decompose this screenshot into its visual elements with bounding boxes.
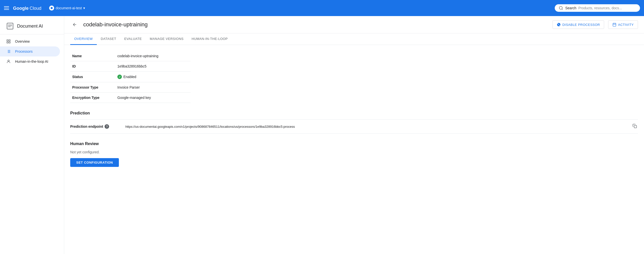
table-row: ID 1e9ba328916bbc5	[70, 61, 191, 72]
status-badge: Enabled	[117, 75, 189, 79]
table-row: Processor Type Invoice Parser	[70, 82, 191, 93]
prediction-endpoint-url: https://us-documentai.googleapis.com/v1/…	[125, 125, 631, 129]
search-bar[interactable]: Search Products, resources, docs...	[555, 4, 640, 12]
page-layout: Document AI Overview Proc	[0, 16, 644, 254]
page-title: codelab-invoice-uptraining	[83, 21, 548, 28]
prediction-endpoint-row: Prediction endpoint ? https://us-documen…	[70, 119, 638, 134]
chevron-down-icon	[83, 6, 85, 10]
svg-line-3	[562, 9, 562, 10]
human-review-section: Human Review Not yet configured. SET CON…	[70, 142, 638, 167]
project-icon	[49, 6, 54, 11]
field-value-name: codelab-invoice-uptraining	[115, 51, 191, 61]
google-cloud-logo: Google Cloud	[13, 4, 43, 12]
sidebar-item-overview[interactable]: Overview	[0, 36, 60, 46]
status-text: Enabled	[123, 75, 136, 79]
svg-rect-22	[613, 23, 616, 26]
svg-text:Google: Google	[13, 6, 29, 11]
svg-rect-28	[634, 125, 637, 128]
tab-evaluate[interactable]: EVALUATE	[120, 33, 146, 45]
field-value-encryption: Google-managed key	[115, 93, 191, 103]
tab-dataset[interactable]: DATASET	[97, 33, 120, 45]
field-label-encryption: Encryption Type	[70, 93, 115, 103]
back-button[interactable]	[70, 20, 79, 29]
table-row: Name codelab-invoice-uptraining	[70, 51, 191, 61]
disable-icon	[557, 23, 561, 27]
prediction-section-title: Prediction	[70, 111, 638, 115]
sidebar-hitl-label: Human-in-the-loop AI	[15, 59, 48, 64]
content-header: codelab-invoice-uptraining DISABLE PROCE…	[64, 16, 644, 33]
field-value-processor-type: Invoice Parser	[115, 82, 191, 93]
search-label: Search	[565, 6, 576, 10]
person-icon	[6, 59, 11, 64]
field-value-status: Enabled	[115, 72, 191, 82]
svg-rect-11	[9, 42, 10, 43]
svg-rect-9	[9, 40, 10, 41]
processor-info-table: Name codelab-invoice-uptraining ID 1e9ba…	[70, 51, 191, 103]
status-enabled-icon	[117, 75, 122, 79]
search-icon	[559, 6, 563, 10]
header-actions: DISABLE PROCESSOR ACTIVITY	[552, 20, 638, 29]
disable-processor-button[interactable]: DISABLE PROCESSOR	[552, 20, 604, 29]
svg-rect-10	[7, 42, 8, 43]
search-placeholder: Products, resources, docs...	[578, 6, 622, 10]
help-icon[interactable]: ?	[105, 124, 109, 129]
sidebar-item-human-in-the-loop[interactable]: Human-in-the-loop AI	[0, 56, 60, 67]
hamburger-menu[interactable]	[4, 6, 9, 10]
svg-point-2	[559, 6, 562, 9]
not-configured-text: Not yet configured.	[70, 150, 638, 154]
set-configuration-button[interactable]: SET CONFIGURATION	[70, 158, 119, 167]
activity-button[interactable]: ACTIVITY	[608, 20, 638, 29]
svg-text:Cloud: Cloud	[30, 6, 41, 11]
prediction-label-text: Prediction endpoint	[70, 124, 103, 129]
sidebar-processors-label: Processors	[15, 49, 33, 53]
copy-icon[interactable]	[631, 123, 638, 130]
project-name: document-ai-test	[56, 6, 82, 10]
sidebar-header: Document AI	[0, 18, 64, 34]
prediction-endpoint-label: Prediction endpoint ?	[70, 124, 125, 129]
prediction-section: Prediction Prediction endpoint ? https:/…	[70, 111, 638, 134]
field-label-name: Name	[70, 51, 115, 61]
main-content: codelab-invoice-uptraining DISABLE PROCE…	[64, 16, 644, 254]
table-row: Status Enabled	[70, 72, 191, 82]
human-review-title: Human Review	[70, 142, 638, 146]
field-label-status: Status	[70, 72, 115, 82]
project-selector[interactable]: document-ai-test	[49, 6, 85, 11]
document-ai-icon	[6, 22, 14, 30]
field-label-id: ID	[70, 61, 115, 72]
svg-point-18	[8, 60, 9, 61]
sidebar-app-title: Document AI	[17, 24, 43, 29]
activity-icon	[612, 23, 616, 27]
sidebar-overview-label: Overview	[15, 39, 30, 43]
tab-overview[interactable]: OVERVIEW	[70, 33, 97, 45]
svg-rect-8	[7, 40, 8, 41]
tab-human-in-the-loop[interactable]: HUMAN-IN-THE-LOOP	[188, 33, 232, 45]
sidebar-item-processors[interactable]: Processors	[0, 46, 60, 56]
sidebar: Document AI Overview Proc	[0, 16, 64, 254]
top-nav: Google Cloud document-ai-test Search Pro…	[0, 0, 644, 16]
grid-icon	[6, 39, 11, 44]
svg-rect-4	[7, 23, 13, 29]
tabs-bar: OVERVIEW DATASET EVALUATE MANAGE VERSION…	[64, 33, 644, 45]
field-value-id: 1e9ba328916bbc5	[115, 61, 191, 72]
field-label-processor-type: Processor Type	[70, 82, 115, 93]
list-icon	[6, 49, 11, 54]
table-row: Encryption Type Google-managed key	[70, 93, 191, 103]
content-body: Name codelab-invoice-uptraining ID 1e9ba…	[64, 45, 644, 179]
tab-manage-versions[interactable]: MANAGE VERSIONS	[146, 33, 188, 45]
